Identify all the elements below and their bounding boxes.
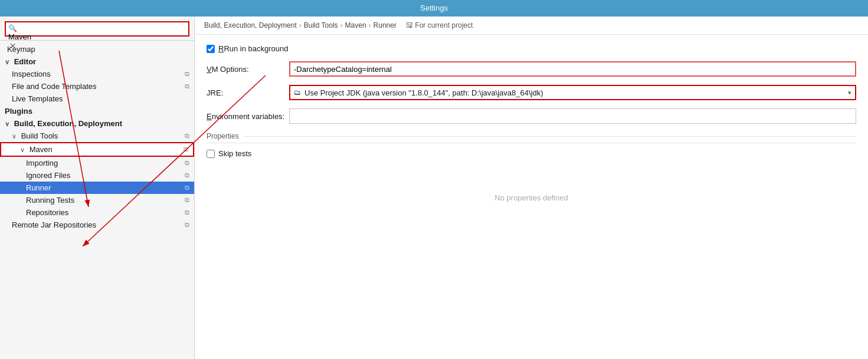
run-in-background-row: RRun in background [207, 44, 856, 53]
jre-row: JRE: 🗂 Use Project JDK (java version "1.… [207, 85, 856, 100]
copy-icon: ⧉ [185, 83, 189, 90]
sidebar-item-build-exec-deploy[interactable]: ∨ Build, Execution, Deployment [0, 117, 194, 130]
form-area: RRun in background VM Options: JRE: 🗂 Us… [195, 35, 868, 359]
vm-options-input[interactable] [289, 61, 856, 77]
sidebar-item-inspections[interactable]: Inspections ⧉ [0, 68, 194, 80]
sidebar-item-runner[interactable]: Runner ⧉ [0, 182, 194, 194]
jre-label: JRE: [207, 88, 289, 97]
vm-options-label: VM Options: [207, 65, 289, 74]
sidebar-item-build-tools[interactable]: ∨ Build Tools ⧉ [0, 130, 194, 142]
breadcrumb-part3: Maven [345, 21, 366, 29]
breadcrumb-sep2: › [340, 21, 343, 29]
run-in-background-checkbox[interactable] [207, 45, 215, 53]
chevron-down-icon: ∨ [12, 133, 17, 140]
breadcrumb-part1: Build, Execution, Deployment [204, 21, 297, 29]
title-label: Settings [420, 4, 448, 12]
jdk-icon: 🗂 [294, 88, 301, 97]
chevron-down-icon: ∨ [20, 146, 25, 153]
copy-icon: ⧉ [185, 132, 189, 140]
sidebar-item-ignored-files[interactable]: Ignored Files ⧉ [0, 169, 194, 182]
sidebar-item-file-code-templates[interactable]: File and Code Templates ⧉ [0, 80, 194, 93]
breadcrumb-sep1: › [299, 21, 302, 29]
jre-select-wrapper: 🗂 Use Project JDK (java version "1.8.0_1… [289, 85, 856, 100]
env-variables-label: Environment variables: [207, 112, 289, 121]
copy-icon: ⧉ [185, 70, 189, 78]
search-input[interactable] [8, 32, 186, 41]
breadcrumb-part2: Build Tools [304, 21, 338, 29]
env-variables-input[interactable] [289, 108, 856, 124]
sidebar-item-remote-jar-repos[interactable]: Remote Jar Repositories ⧉ [0, 219, 194, 231]
skip-tests-checkbox[interactable] [207, 150, 215, 158]
sidebar-item-editor[interactable]: ∨ Editor [0, 55, 194, 68]
search-bar: 🔍 ✕ [0, 17, 194, 41]
vm-options-row: VM Options: [207, 61, 856, 77]
breadcrumb-sep3: › [369, 21, 371, 29]
search-icon: 🔍 [8, 24, 17, 32]
sidebar-item-repositories[interactable]: Repositories ⧉ [0, 206, 194, 219]
sidebar-item-plugins[interactable]: Plugins [0, 105, 194, 117]
properties-section: Properties Skip tests No properties defi… [207, 132, 856, 202]
copy-icon: ⧉ [185, 172, 189, 179]
sidebar-item-running-tests[interactable]: Running Tests ⧉ [0, 194, 194, 206]
content-panel: Build, Execution, Deployment › Build Too… [195, 17, 868, 359]
run-in-background-label[interactable]: RRun in background [218, 44, 289, 53]
properties-header: Properties [207, 132, 856, 143]
copy-icon: ⧉ [185, 196, 189, 204]
current-project-badge: 🖫 For current project [406, 21, 473, 29]
breadcrumb-part4: Runner [374, 21, 397, 29]
chevron-down-icon: ∨ [5, 120, 9, 127]
sidebar-item-maven[interactable]: ∨ Maven ⧉ [0, 142, 194, 157]
sidebar-item-live-templates[interactable]: Live Templates [0, 93, 194, 105]
env-variables-row: Environment variables: [207, 108, 856, 124]
sidebar: 🔍 ✕ Keymap ∨ Editor Inspections ⧉ [0, 17, 195, 359]
sidebar-item-importing[interactable]: Importing ⧉ [0, 157, 194, 169]
chevron-down-icon: ∨ [5, 58, 9, 65]
copy-icon: ⧉ [185, 159, 189, 167]
breadcrumb: Build, Execution, Deployment › Build Too… [195, 17, 868, 35]
copy-icon: ⧉ [185, 221, 189, 229]
skip-tests-row: Skip tests [207, 149, 856, 158]
jre-select[interactable]: Use Project JDK (java version "1.8.0_144… [304, 88, 851, 97]
title-bar: Settings [0, 0, 868, 17]
skip-tests-label[interactable]: Skip tests [218, 149, 251, 158]
sidebar-list: Keymap ∨ Editor Inspections ⧉ File and C… [0, 41, 194, 359]
no-properties-message: No properties defined [207, 193, 856, 202]
copy-icon: ⧉ [185, 209, 189, 216]
copy-icon: ⧉ [184, 146, 188, 153]
sidebar-item-keymap[interactable]: Keymap [0, 43, 194, 55]
copy-icon: ⧉ [185, 184, 189, 192]
